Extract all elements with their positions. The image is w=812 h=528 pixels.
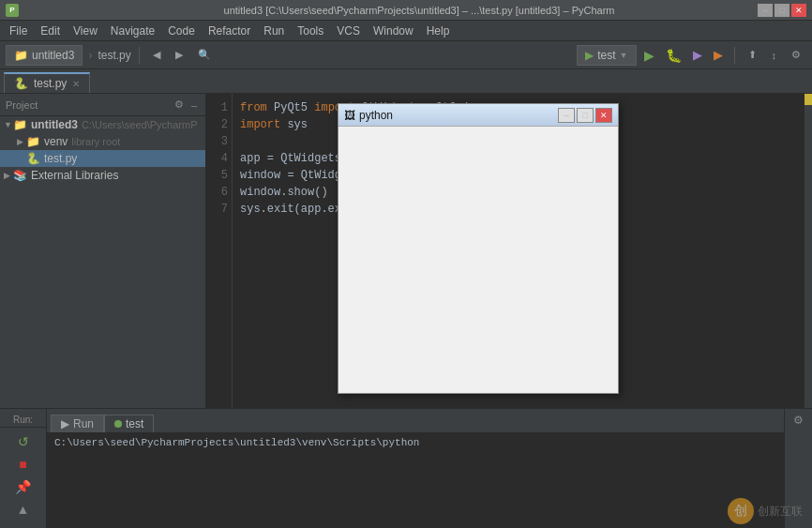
scroll-down-button[interactable]: ▼ xyxy=(8,521,38,528)
search-everywhere-button[interactable]: 🔍 xyxy=(192,45,217,66)
update-project-button[interactable]: ⬆ xyxy=(743,45,762,66)
run-icon: ▶ xyxy=(61,417,69,430)
external-libraries-label: External Libraries xyxy=(31,169,118,182)
run-dot xyxy=(114,420,122,428)
panel-tools: ⚙ – xyxy=(172,98,200,112)
testpy-name: test.py xyxy=(44,152,77,165)
project-name: untitled3 xyxy=(31,118,78,131)
window-controls: – □ ✕ xyxy=(758,4,806,17)
project-panel-title: Project xyxy=(6,99,38,111)
toolbar-separator2 xyxy=(734,47,735,64)
run-coverage-button[interactable]: ▶ xyxy=(689,45,706,66)
watermark-logo: 创 xyxy=(728,498,754,524)
nav-forward-button[interactable]: ▶ xyxy=(170,45,188,66)
ext-library-icon: 📚 xyxy=(13,169,27,182)
minimize-button[interactable]: – xyxy=(758,4,773,17)
debug-button[interactable]: 🐛 xyxy=(662,45,685,66)
menu-refactor[interactable]: Refactor xyxy=(203,23,256,39)
python-window-icon: 🖼 xyxy=(344,109,355,122)
python-window-title: 🖼 python xyxy=(344,109,393,122)
settings-button[interactable]: ⚙ xyxy=(786,45,806,66)
run-tab-test[interactable]: test xyxy=(104,415,154,432)
run-button[interactable]: ▶ xyxy=(640,45,658,66)
editor-tab-testpy[interactable]: 🐍 test.py ✕ xyxy=(4,72,90,93)
stop-button[interactable]: ■ xyxy=(8,454,38,475)
tree-item-venv[interactable]: ▶ 📁 venv library root xyxy=(0,133,205,150)
venv-name: venv xyxy=(44,135,68,148)
folder-icon: 📁 xyxy=(26,135,40,148)
project-panel-header: Project ⚙ – xyxy=(0,94,205,116)
toolbar: 📁 untitled3 › test.py ◀ ▶ 🔍 ▶ test ▼ ▶ 🐛… xyxy=(0,41,812,69)
python-minimize-button[interactable]: – xyxy=(558,108,575,123)
python-window: 🖼 python – □ ✕ xyxy=(338,103,619,394)
tree-item-testpy[interactable]: 🐍 test.py xyxy=(0,150,205,167)
python-restore-button[interactable]: □ xyxy=(577,108,594,123)
bottom-section: Run: ↺ ■ 📌 ▲ ▼ ⊞ ✕ ▶ Run test C:\Users\s… xyxy=(0,408,812,528)
menu-run[interactable]: Run xyxy=(258,23,290,39)
run-settings-button[interactable]: ⚙ xyxy=(790,413,806,428)
file-breadcrumb: test.py xyxy=(98,49,130,62)
menu-vcs[interactable]: VCS xyxy=(331,23,366,39)
tab-close-button[interactable]: ✕ xyxy=(72,79,80,89)
python-window-content xyxy=(338,127,618,393)
menu-navigate[interactable]: Navigate xyxy=(105,23,160,39)
tree-arrow-icon: ▶ xyxy=(4,171,13,180)
editor-tabs: 🐍 test.py ✕ xyxy=(0,69,812,94)
menubar: File Edit View Navigate Code Refactor Ru… xyxy=(0,21,812,41)
run-tab-run[interactable]: ▶ Run xyxy=(51,415,104,432)
python-window-controls: – □ ✕ xyxy=(558,108,612,123)
run-tabs: ▶ Run test xyxy=(47,409,784,433)
rerun-button[interactable]: ↺ xyxy=(8,431,38,452)
tree-item-external-libraries[interactable]: ▶ 📚 External Libraries xyxy=(0,167,205,184)
profile-button[interactable]: ▶ xyxy=(710,45,727,66)
run-config-selector[interactable]: ▶ test ▼ xyxy=(577,45,636,66)
python-window-titlebar: 🖼 python – □ ✕ xyxy=(338,104,618,127)
menu-tools[interactable]: Tools xyxy=(292,23,329,39)
menu-view[interactable]: View xyxy=(68,23,103,39)
library-root-label: library root xyxy=(71,136,120,147)
gutter-warning-mark xyxy=(804,94,812,105)
toolbar-separator xyxy=(139,47,140,64)
run-output: C:\Users\seed\PycharmProjects\untitled3\… xyxy=(47,433,784,528)
panel-minimize-button[interactable]: – xyxy=(188,98,200,112)
main-area: Project ⚙ – ▼ 📁 untitled3 C:\Users\seed\… xyxy=(0,94,812,408)
py-file-icon: 🐍 xyxy=(26,152,40,165)
run-label: Run: xyxy=(13,415,33,425)
project-path: C:\Users\seed\PycharmP xyxy=(82,119,197,130)
menu-window[interactable]: Window xyxy=(368,23,419,39)
python-close-button[interactable]: ✕ xyxy=(595,108,612,123)
project-selector[interactable]: 📁 untitled3 xyxy=(6,45,83,66)
window-title: untitled3 [C:\Users\seed\PycharmProjects… xyxy=(81,5,758,16)
line-numbers: 1 2 3 4 5 6 7 xyxy=(206,94,233,408)
editor-area[interactable]: 1 2 3 4 5 6 7 from PyQt5 import QtWidget… xyxy=(206,94,812,408)
menu-help[interactable]: Help xyxy=(421,23,456,39)
vcs-button[interactable]: ↕ xyxy=(766,45,783,66)
close-button[interactable]: ✕ xyxy=(791,4,806,17)
watermark: 创 创新互联 xyxy=(728,498,803,524)
panel-settings-button[interactable]: ⚙ xyxy=(172,98,187,112)
folder-icon: 📁 xyxy=(13,118,27,131)
tree-arrow-icon: ▼ xyxy=(4,120,13,129)
project-panel: Project ⚙ – ▼ 📁 untitled3 C:\Users\seed\… xyxy=(0,94,206,408)
nav-back-button[interactable]: ◀ xyxy=(147,45,166,66)
scroll-up-button[interactable]: ▲ xyxy=(8,499,38,520)
menu-file[interactable]: File xyxy=(4,23,33,39)
restore-button[interactable]: □ xyxy=(774,4,789,17)
menu-edit[interactable]: Edit xyxy=(35,23,66,39)
pin-tab-button[interactable]: 📌 xyxy=(8,476,38,497)
tree-arrow-icon: ▶ xyxy=(17,137,26,146)
titlebar: P untitled3 [C:\Users\seed\PycharmProjec… xyxy=(0,0,812,21)
menu-code[interactable]: Code xyxy=(162,23,201,39)
run-panel: ▶ Run test C:\Users\seed\PycharmProjects… xyxy=(47,409,784,528)
run-left-toolbar: Run: ↺ ■ 📌 ▲ ▼ ⊞ ✕ xyxy=(0,409,47,528)
tree-item-untitled3[interactable]: ▼ 📁 untitled3 C:\Users\seed\PycharmP xyxy=(0,116,205,133)
